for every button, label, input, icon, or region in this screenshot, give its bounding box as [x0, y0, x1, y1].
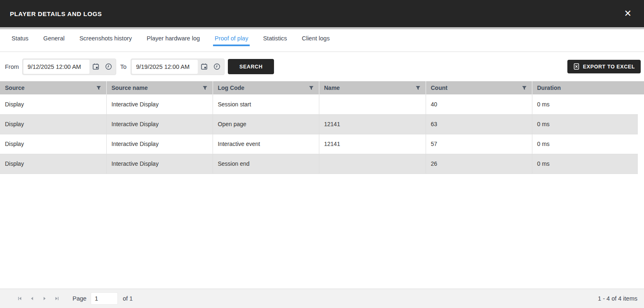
tab-screenshots-history[interactable]: Screenshots history — [78, 33, 133, 46]
grid-empty-area — [0, 174, 644, 289]
column-title: Count — [431, 85, 447, 91]
first-page-icon — [17, 296, 23, 301]
column-header-log-code: Log Code — [213, 81, 319, 94]
first-page-button[interactable] — [16, 295, 23, 302]
calendar-icon — [92, 63, 99, 70]
table-cell-duration: 0 ms — [532, 154, 638, 174]
from-calendar-button[interactable] — [89, 63, 102, 70]
table-cell-name — [319, 154, 426, 174]
table-cell-source-name: Interactive Display — [106, 134, 213, 154]
column-title: Source name — [112, 85, 148, 91]
page-label: Page — [73, 295, 87, 302]
close-icon: ✕ — [624, 8, 632, 19]
filter-icon — [309, 85, 314, 91]
search-button-label: SEARCH — [239, 64, 262, 70]
filter-button-count[interactable] — [521, 85, 528, 92]
to-time-button[interactable] — [211, 63, 223, 70]
table-cell-name: 12141 — [319, 114, 426, 134]
filter-button-log-code[interactable] — [308, 85, 315, 92]
table-cell-log-code: Session end — [213, 154, 319, 174]
column-header-source: Source — [0, 81, 106, 94]
table-cell-name: 12141 — [319, 134, 426, 154]
column-title: Log Code — [218, 85, 245, 91]
table-cell-source-name: Interactive Display — [106, 154, 213, 174]
table-cell-source: Display — [0, 154, 106, 174]
tab-proof-of-play[interactable]: Proof of play — [213, 33, 250, 46]
search-button[interactable]: SEARCH — [228, 59, 274, 74]
filter-icon — [522, 85, 527, 91]
column-header-name: Name — [319, 81, 426, 94]
dialog-titlebar: PLAYER DETAILS AND LOGS ✕ — [0, 0, 644, 27]
items-count-info: 1 - 4 of 4 items — [598, 295, 637, 302]
export-button-label: EXPORT TO EXCEL — [583, 64, 635, 70]
grid-header-row: SourceSource nameLog CodeNameCountDurati… — [0, 81, 638, 94]
column-title: Source — [5, 85, 24, 91]
from-time-button[interactable] — [102, 63, 115, 70]
tab-general[interactable]: General — [42, 33, 66, 46]
player-details-dialog: PLAYER DETAILS AND LOGS ✕ StatusGeneralS… — [0, 0, 644, 308]
table-cell-count: 40 — [426, 94, 532, 114]
column-title: Name — [324, 85, 340, 91]
excel-file-icon — [573, 63, 580, 70]
clock-icon — [213, 63, 220, 70]
filter-icon — [96, 85, 101, 91]
table-cell-duration: 0 ms — [532, 114, 638, 134]
table-cell-source: Display — [0, 94, 106, 114]
tab-status[interactable]: Status — [10, 33, 30, 46]
column-title: Duration — [537, 85, 561, 91]
table-cell-log-code: Session start — [213, 94, 319, 114]
next-page-button[interactable] — [41, 295, 48, 302]
filter-button-name[interactable] — [415, 85, 422, 92]
filter-icon — [415, 85, 421, 91]
to-label: To — [120, 63, 126, 70]
table-cell-duration: 0 ms — [532, 94, 638, 114]
last-page-icon — [54, 296, 60, 301]
tab-client-logs[interactable]: Client logs — [300, 33, 331, 46]
table-row[interactable]: DisplayInteractive DisplaySession end260… — [0, 154, 638, 174]
filter-button-source[interactable] — [95, 85, 102, 92]
table-cell-log-code: Open page — [213, 114, 319, 134]
table-row[interactable]: DisplayInteractive DisplayOpen page12141… — [0, 114, 638, 134]
table-cell-source: Display — [0, 114, 106, 134]
to-calendar-button[interactable] — [198, 63, 211, 70]
page-number-input[interactable] — [91, 292, 118, 305]
page-of-label: of 1 — [123, 295, 133, 302]
tabstrip: StatusGeneralScreenshots historyPlayer h… — [0, 29, 644, 52]
filter-button-source-name[interactable] — [201, 85, 208, 92]
table-cell-source-name: Interactive Display — [106, 94, 213, 114]
table-cell-log-code: Interactive event — [213, 134, 319, 154]
table-cell-count: 57 — [426, 134, 532, 154]
table-cell-source-name: Interactive Display — [106, 114, 213, 134]
table-cell-name — [319, 94, 426, 114]
last-page-button[interactable] — [54, 295, 60, 302]
table-cell-duration: 0 ms — [532, 134, 638, 154]
to-datetime-input[interactable] — [132, 60, 198, 74]
table-row[interactable]: DisplayInteractive DisplaySession start4… — [0, 94, 638, 114]
previous-page-icon — [29, 296, 35, 301]
pager: Page of 1 1 - 4 of 4 items — [0, 289, 644, 308]
close-button[interactable]: ✕ — [622, 7, 634, 20]
grid-body: DisplayInteractive DisplaySession start4… — [0, 94, 644, 174]
filter-icon — [202, 85, 208, 91]
from-label: From — [5, 63, 19, 70]
export-to-excel-button[interactable]: EXPORT TO EXCEL — [567, 60, 641, 73]
next-page-icon — [42, 296, 47, 301]
from-datetime-picker — [22, 59, 116, 75]
from-datetime-input[interactable] — [23, 60, 89, 74]
calendar-icon — [201, 63, 208, 70]
grid-header: SourceSource nameLog CodeNameCountDurati… — [0, 81, 644, 94]
tab-player-hardware-log[interactable]: Player hardware log — [145, 33, 201, 46]
table-cell-count: 26 — [426, 154, 532, 174]
dialog-title: PLAYER DETAILS AND LOGS — [10, 10, 102, 17]
column-header-count: Count — [426, 81, 532, 94]
tab-statistics[interactable]: Statistics — [261, 33, 288, 46]
table-cell-count: 63 — [426, 114, 532, 134]
proof-of-play-grid: SourceSource nameLog CodeNameCountDurati… — [0, 81, 644, 308]
filter-toolbar: From To SEARCH EXPORT TO EXCEL — [0, 52, 644, 81]
table-row[interactable]: DisplayInteractive DisplayInteractive ev… — [0, 134, 638, 154]
table-cell-source: Display — [0, 134, 106, 154]
to-datetime-picker — [131, 59, 225, 75]
previous-page-button[interactable] — [29, 295, 35, 302]
clock-icon — [105, 63, 112, 70]
column-header-source-name: Source name — [106, 81, 213, 94]
